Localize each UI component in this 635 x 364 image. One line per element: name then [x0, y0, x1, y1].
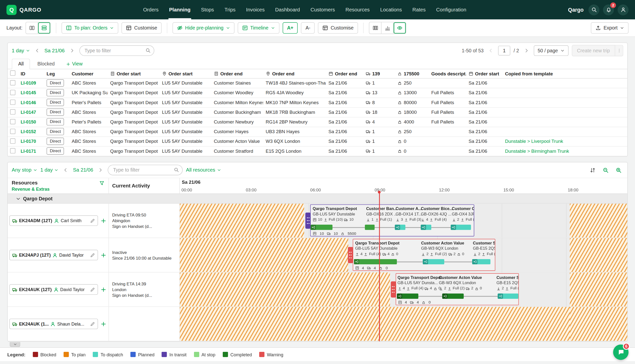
orders-prev-day-button[interactable] — [33, 46, 41, 55]
trip-stop[interactable]: Customer StratfordGB-E15 2QS London2Full… — [473, 240, 495, 257]
chart-view-button[interactable] — [381, 22, 394, 34]
table-row[interactable]: LI-0171DirectABC StoresQargo Transport D… — [8, 146, 627, 156]
nav-item-resources[interactable]: Resources — [340, 0, 375, 19]
export-button[interactable]: Export — [591, 22, 628, 34]
nav-item-stops[interactable]: Stops — [196, 0, 219, 19]
trip-stop[interactable]: Customer Acton ValueGB-W3 6QX London2Ful… — [421, 240, 464, 257]
resource-chip[interactable]: EK24ADM (12T)Carl Smith — [10, 216, 98, 226]
to-plan-selector[interactable]: To plan: Orders — [62, 22, 119, 34]
nav-item-trips[interactable]: Trips — [219, 0, 241, 19]
gantt-date[interactable]: Sa 21/06 — [73, 167, 93, 173]
tab-blocked[interactable]: Blocked — [31, 59, 61, 69]
column-header[interactable]: Leg — [44, 69, 69, 78]
table-row[interactable]: LI-0109DirectABC StoresQargo Transport D… — [8, 78, 627, 88]
orders-page-input[interactable]: 1 — [498, 46, 510, 55]
order-id-link[interactable]: LI-0152 — [21, 129, 36, 134]
orders-page-size-selector[interactable]: 50 / page — [533, 46, 568, 56]
orders-date[interactable]: Sa 21/06 — [45, 48, 65, 54]
trip-stop[interactable]: Customer A...GB-OX14 1T...3Full (3) — [396, 206, 422, 222]
column-header[interactable]: Goods descript... — [429, 69, 466, 78]
column-header[interactable]: Order end — [263, 69, 326, 78]
trip-activity-bar[interactable] — [451, 225, 471, 230]
resource-chip[interactable]: EK24APJ (12T)David Taylor — [10, 250, 98, 260]
collapse-gantt-button[interactable] — [10, 342, 20, 347]
trip-activity-bar[interactable] — [397, 294, 418, 299]
row-checkbox[interactable] — [10, 148, 15, 153]
orders-next-day-button[interactable] — [68, 46, 76, 55]
add-trip-button[interactable] — [100, 252, 107, 258]
gantt-filter-input[interactable] — [108, 165, 183, 175]
column-header[interactable]: Order start — [160, 69, 211, 78]
column-header[interactable]: Copied from template — [502, 69, 627, 78]
timeline-selector[interactable]: Timeline — [238, 22, 279, 34]
column-header[interactable]: Customer — [69, 69, 108, 78]
trip-stop[interactable]: Customer Ban...GB-OX16 2DX ...1Full (1) — [366, 206, 397, 222]
trip-activity-bar[interactable] — [442, 294, 464, 299]
zoom-in-button[interactable] — [613, 165, 623, 175]
table-row[interactable]: LI-0170DirectABC StoresQargo Transport D… — [8, 136, 627, 146]
create-new-trip-button[interactable]: Create new trip — [572, 45, 615, 56]
resource-chip[interactable]: EK24AUK (1...Shaun Dela... — [10, 318, 98, 329]
trip-block[interactable]: Qargo Transport DepotGB-LU5 5AY Dunsta..… — [396, 273, 519, 305]
resource-group-row[interactable]: Qargo Depot — [8, 194, 627, 204]
trip-stop[interactable]: Customer Acton ValueGB-W3 6QX London2Ful… — [439, 275, 482, 291]
warning-marker[interactable] — [391, 282, 396, 298]
trip-activity-bar[interactable] — [311, 225, 333, 230]
trip-block[interactable]: Qargo Transport DepotGB-LU5 5AY Dunstabl… — [352, 239, 495, 271]
row-checkbox[interactable] — [10, 119, 15, 124]
order-id-link[interactable]: LI-0147 — [21, 110, 36, 114]
table-row[interactable]: LI-0150DirectPeter's PalletsQargo Transp… — [8, 117, 627, 127]
table-row[interactable]: LI-0146DirectPeter's PalletsQargo Transp… — [8, 98, 627, 107]
column-header[interactable]: 139 — [363, 69, 395, 78]
visibility-view-button[interactable] — [394, 22, 406, 34]
column-header[interactable]: Order start — [108, 69, 160, 78]
trip-activity-bar[interactable] — [498, 294, 518, 299]
notifications-button[interactable]: 2 — [603, 4, 614, 15]
orders-filter-input[interactable] — [79, 46, 154, 56]
trip-stop[interactable]: Customer StratfordGB-E15 2QS London2Full… — [496, 275, 519, 291]
font-decrease-button[interactable]: A- — [301, 22, 315, 34]
add-view-button[interactable]: View — [62, 59, 87, 69]
nav-item-invoices[interactable]: Invoices — [241, 0, 270, 19]
column-header[interactable]: ID — [18, 69, 44, 78]
nav-item-dashboard[interactable]: Dashboard — [270, 0, 305, 19]
select-all-checkbox[interactable] — [10, 70, 15, 76]
hide-preplanning-selector[interactable]: Hide pre-planning — [173, 22, 234, 34]
trip-block[interactable]: Qargo Transport DepotGB-LU5 5AY Dunstabl… — [310, 204, 474, 236]
create-trip-menu-button[interactable] — [615, 45, 623, 56]
funnel-icon[interactable] — [99, 180, 105, 186]
orders-next-page-button[interactable] — [522, 46, 530, 55]
resource-chip[interactable]: EK24AUK (12T)David Taylor — [10, 284, 98, 294]
add-trip-button[interactable] — [100, 217, 107, 224]
order-id-link[interactable]: LI-0171 — [21, 148, 36, 154]
gantt-prev-day-button[interactable] — [62, 166, 70, 174]
nav-item-configuration[interactable]: Configuration — [431, 0, 471, 19]
nav-item-orders[interactable]: Orders — [138, 0, 164, 19]
add-trip-button[interactable] — [100, 286, 107, 293]
customise-left-button[interactable]: Customise — [122, 22, 162, 34]
gantt-range-selector[interactable]: 1 day — [41, 167, 59, 173]
trip-activity-bar[interactable] — [395, 225, 406, 230]
gantt-next-day-button[interactable] — [97, 166, 105, 174]
customise-right-button[interactable]: Customise — [318, 22, 358, 34]
column-header[interactable]: 175500 — [395, 69, 429, 78]
trip-activity-bar[interactable] — [423, 259, 444, 264]
table-row[interactable]: LI-0145DirectUK Packaging SuQargo Transp… — [8, 88, 627, 98]
nav-item-locations[interactable]: Locations — [375, 0, 407, 19]
stop-type-selector[interactable]: Any stop — [12, 167, 37, 173]
columns-view-button[interactable] — [369, 22, 381, 34]
orders-prev-page-button[interactable] — [487, 46, 495, 55]
order-id-link[interactable]: LI-0145 — [21, 90, 36, 95]
revenue-extras-link[interactable]: Revenue & Extras — [12, 187, 105, 192]
nav-item-customers[interactable]: Customers — [305, 0, 340, 19]
resources-selector[interactable]: All resources — [186, 167, 221, 173]
zoom-out-button[interactable] — [600, 165, 610, 175]
search-button[interactable] — [588, 4, 599, 15]
nav-item-planning[interactable]: Planning — [164, 0, 196, 19]
template-link[interactable]: Dunstable > Birmingham Trunk — [505, 148, 569, 154]
layout-rows-button[interactable] — [38, 22, 50, 34]
trip-stop[interactable]: Customer OxfordGB-OX4 3JP Oxf...2Full (2… — [452, 206, 474, 222]
order-id-link[interactable]: LI-0109 — [21, 80, 36, 86]
trip-activity-bar[interactable] — [354, 259, 397, 264]
nav-item-rates[interactable]: Rates — [407, 0, 431, 19]
